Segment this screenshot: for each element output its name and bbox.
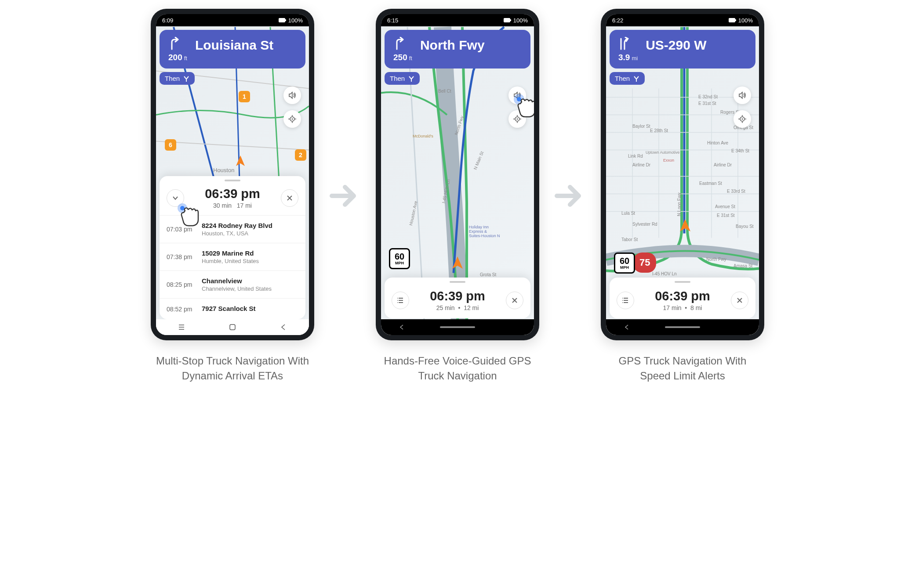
nav-distance: 250: [393, 53, 407, 62]
close-icon: [512, 297, 518, 303]
svg-rect-9: [510, 19, 511, 21]
close-icon: [737, 297, 743, 303]
nav-street: North Fwy: [420, 38, 485, 53]
svg-point-17: [742, 119, 743, 120]
status-bar: 6:15 100%: [381, 14, 534, 26]
recenter-button[interactable]: [733, 110, 751, 128]
svg-rect-0: [279, 18, 285, 22]
collapse-button[interactable]: [167, 189, 184, 207]
nav-unit: ft: [409, 55, 412, 61]
svg-rect-7: [230, 325, 235, 330]
speaker-icon: [738, 91, 746, 99]
close-button[interactable]: [506, 292, 523, 309]
caption-2: Hands-Free Voice-Guided GPS Truck Naviga…: [378, 354, 537, 383]
stop-row[interactable]: 08:52 pm7927 Scanlock St: [160, 298, 305, 319]
battery-icon: [279, 18, 287, 22]
nav-street: Louisiana St: [195, 38, 273, 53]
clock: 6:15: [387, 17, 398, 24]
recents-icon[interactable]: [178, 324, 185, 331]
list-button[interactable]: [617, 292, 634, 309]
then-chip[interactable]: Then: [610, 72, 645, 85]
clock: 6:09: [162, 17, 173, 24]
stop-pin-6[interactable]: 6: [165, 139, 176, 151]
nav-banner[interactable]: 3.9mi US-290 W: [610, 30, 755, 69]
sheet-handle[interactable]: [675, 281, 690, 283]
system-nav: [156, 319, 309, 335]
turn-right-icon: [393, 37, 405, 50]
home-pill[interactable]: [440, 326, 475, 328]
back-icon[interactable]: [399, 324, 405, 330]
back-icon[interactable]: [624, 324, 630, 330]
chevron-down-icon: [172, 195, 178, 201]
crosshair-icon: [288, 115, 296, 123]
list-icon: [397, 297, 404, 304]
nav-banner[interactable]: 200ft Louisiana St: [160, 30, 305, 69]
speed-limit-sign: 60 MPH: [614, 253, 635, 274]
arrow-right-icon: [552, 178, 588, 213]
home-pill[interactable]: [665, 326, 700, 328]
battery-pct: 100%: [288, 17, 303, 24]
sheet-handle[interactable]: [450, 281, 465, 283]
stop-row[interactable]: 07:38 pm15029 Marine RdHumble, United St…: [160, 243, 305, 271]
battery-icon: [729, 18, 737, 22]
nav-banner[interactable]: 250ft North Fwy: [385, 30, 530, 69]
stop-row[interactable]: 08:25 pmChannelviewChannelview, United S…: [160, 271, 305, 298]
stop-row[interactable]: 07:03 pm8224 Rodney Ray BlvdHouston, TX,…: [160, 215, 305, 243]
svg-rect-8: [504, 18, 510, 22]
nav-unit: ft: [184, 55, 187, 61]
nav-street: US-290 W: [646, 38, 706, 53]
phone-3: 6:22 100% E 32nd St E 31st St Rogers St …: [601, 9, 764, 340]
turn-right-icon: [168, 37, 180, 50]
svg-rect-14: [729, 18, 735, 22]
fork-icon: [408, 76, 414, 82]
back-icon[interactable]: [280, 324, 287, 331]
location-arrow-icon: [450, 256, 465, 271]
caption-1: Multi-Stop Truck Navigation With Dynamic…: [153, 354, 312, 383]
then-chip[interactable]: Then: [160, 72, 195, 85]
stop-pin-1[interactable]: 1: [239, 91, 250, 102]
recenter-button[interactable]: [508, 110, 526, 128]
then-chip[interactable]: Then: [385, 72, 420, 85]
eta-sub: 25 min • 12 mi: [414, 304, 501, 311]
nav-unit: mi: [632, 55, 638, 61]
close-button[interactable]: [731, 292, 748, 309]
svg-point-11: [517, 119, 518, 120]
recenter-button[interactable]: [283, 110, 301, 128]
bottom-sheet[interactable]: 06:39 pm 25 min • 12 mi: [385, 278, 530, 318]
phone-2: 6:15 100% McDonald's Holiday InnExpress …: [376, 9, 539, 340]
battery-icon: [504, 18, 512, 22]
eta-arrival: 06:39 pm: [639, 289, 726, 303]
stop-list[interactable]: 07:03 pm8224 Rodney Ray BlvdHouston, TX,…: [160, 215, 305, 319]
eta-arrival: 06:39 pm: [414, 289, 501, 303]
bottom-sheet[interactable]: 06:39 pm 30 min 17 mi 07:03 pm8224 Rodne…: [160, 176, 305, 319]
bottom-sheet[interactable]: 06:39 pm 17 min • 8 mi: [610, 278, 755, 318]
svg-rect-15: [735, 19, 736, 21]
clock: 6:22: [612, 17, 623, 24]
close-button[interactable]: [281, 189, 298, 207]
sound-button[interactable]: [508, 87, 526, 104]
list-button[interactable]: [392, 292, 409, 309]
svg-rect-1: [285, 19, 286, 21]
system-nav: [381, 319, 534, 335]
then-label: Then: [615, 75, 630, 82]
system-nav: [606, 319, 759, 335]
arrow-right-icon: [327, 178, 363, 213]
sound-button[interactable]: [733, 87, 751, 104]
battery-pct: 100%: [738, 17, 753, 24]
eta-sub: 30 min 17 mi: [189, 202, 276, 209]
location-arrow-icon: [234, 155, 247, 169]
merge-right-icon: [618, 37, 630, 50]
stop-pin-2[interactable]: 2: [295, 149, 306, 161]
caption-3: GPS Truck Navigation With Speed Limit Al…: [603, 354, 762, 383]
eta-sub: 17 min • 8 mi: [639, 304, 726, 311]
home-icon[interactable]: [229, 324, 236, 331]
speaker-icon: [513, 91, 521, 99]
status-bar: 6:22 100%: [606, 14, 759, 26]
sound-button[interactable]: [283, 87, 301, 104]
fork-icon: [633, 76, 639, 82]
phone-1: 6:09 100% Houston 1 6 2 200ft Louisiana …: [151, 9, 314, 340]
then-label: Then: [390, 75, 405, 82]
location-arrow-icon: [678, 218, 692, 234]
sheet-handle[interactable]: [225, 180, 240, 181]
svg-text:Houston: Houston: [213, 167, 234, 173]
